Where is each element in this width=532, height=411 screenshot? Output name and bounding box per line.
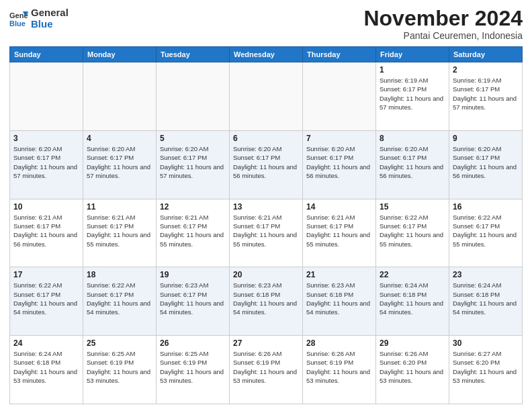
day-number: 20	[233, 270, 299, 279]
day-number: 12	[160, 202, 226, 212]
calendar-day-cell: 23Sunrise: 6:24 AM Sunset: 6:18 PM Dayli…	[449, 267, 523, 336]
day-number: 15	[380, 202, 445, 212]
day-number: 10	[13, 202, 79, 212]
logo-general-text: General	[31, 7, 69, 18]
day-info: Sunrise: 6:23 AM Sunset: 6:18 PM Dayligh…	[306, 281, 372, 316]
calendar-day-cell	[230, 62, 303, 131]
calendar-day-cell: 16Sunrise: 6:22 AM Sunset: 6:17 PM Dayli…	[449, 199, 523, 267]
title-block: November 2024 Pantai Ceuremen, Indonesia	[363, 7, 523, 41]
calendar-day-cell: 12Sunrise: 6:21 AM Sunset: 6:17 PM Dayli…	[157, 199, 230, 267]
header-sunday: Sunday	[10, 47, 83, 62]
day-info: Sunrise: 6:20 AM Sunset: 6:17 PM Dayligh…	[453, 144, 519, 180]
day-number: 14	[306, 202, 372, 212]
calendar-header-row: Sunday Monday Tuesday Wednesday Thursday…	[10, 47, 523, 62]
calendar-day-cell: 2Sunrise: 6:19 AM Sunset: 6:17 PM Daylig…	[449, 62, 523, 131]
day-number: 27	[233, 338, 299, 348]
calendar-day-cell	[83, 62, 157, 131]
day-info: Sunrise: 6:27 AM Sunset: 6:20 PM Dayligh…	[453, 349, 519, 385]
day-info: Sunrise: 6:22 AM Sunset: 6:17 PM Dayligh…	[13, 281, 79, 316]
calendar-day-cell: 22Sunrise: 6:24 AM Sunset: 6:18 PM Dayli…	[376, 267, 449, 336]
day-number: 28	[306, 338, 372, 348]
calendar-day-cell: 4Sunrise: 6:20 AM Sunset: 6:17 PM Daylig…	[83, 130, 157, 199]
day-info: Sunrise: 6:19 AM Sunset: 6:17 PM Dayligh…	[380, 76, 445, 111]
calendar-day-cell: 3Sunrise: 6:20 AM Sunset: 6:17 PM Daylig…	[10, 130, 83, 199]
calendar-day-cell: 30Sunrise: 6:27 AM Sunset: 6:20 PM Dayli…	[449, 336, 523, 404]
calendar-day-cell: 18Sunrise: 6:22 AM Sunset: 6:17 PM Dayli…	[83, 267, 157, 336]
day-number: 3	[13, 134, 79, 143]
month-title: November 2024	[363, 7, 523, 30]
day-info: Sunrise: 6:24 AM Sunset: 6:18 PM Dayligh…	[13, 349, 79, 385]
day-info: Sunrise: 6:26 AM Sunset: 6:20 PM Dayligh…	[380, 349, 445, 385]
header: General Blue General Blue November 2024 …	[9, 7, 523, 41]
day-number: 22	[380, 270, 445, 279]
calendar-week-row: 10Sunrise: 6:21 AM Sunset: 6:17 PM Dayli…	[10, 199, 523, 267]
calendar-day-cell: 9Sunrise: 6:20 AM Sunset: 6:17 PM Daylig…	[449, 130, 523, 199]
day-info: Sunrise: 6:21 AM Sunset: 6:17 PM Dayligh…	[160, 213, 226, 248]
calendar-day-cell: 5Sunrise: 6:20 AM Sunset: 6:17 PM Daylig…	[157, 130, 230, 199]
day-number: 19	[160, 270, 226, 279]
day-number: 29	[380, 338, 445, 348]
day-number: 18	[87, 270, 152, 279]
location: Pantai Ceuremen, Indonesia	[363, 30, 523, 41]
day-number: 25	[87, 338, 152, 348]
calendar-body: 1Sunrise: 6:19 AM Sunset: 6:17 PM Daylig…	[10, 62, 523, 404]
logo-icon: General Blue	[9, 9, 28, 28]
day-number: 1	[380, 65, 445, 75]
calendar-week-row: 24Sunrise: 6:24 AM Sunset: 6:18 PM Dayli…	[10, 336, 523, 404]
calendar-day-cell: 11Sunrise: 6:21 AM Sunset: 6:17 PM Dayli…	[83, 199, 157, 267]
day-number: 7	[306, 134, 372, 143]
calendar-day-cell: 21Sunrise: 6:23 AM Sunset: 6:18 PM Dayli…	[303, 267, 376, 336]
header-monday: Monday	[83, 47, 157, 62]
day-info: Sunrise: 6:23 AM Sunset: 6:18 PM Dayligh…	[233, 281, 299, 316]
day-info: Sunrise: 6:26 AM Sunset: 6:19 PM Dayligh…	[233, 349, 299, 385]
day-info: Sunrise: 6:19 AM Sunset: 6:17 PM Dayligh…	[453, 76, 519, 111]
day-number: 8	[380, 134, 445, 143]
calendar-day-cell: 15Sunrise: 6:22 AM Sunset: 6:17 PM Dayli…	[376, 199, 449, 267]
day-info: Sunrise: 6:25 AM Sunset: 6:19 PM Dayligh…	[160, 349, 226, 385]
day-info: Sunrise: 6:20 AM Sunset: 6:17 PM Dayligh…	[380, 144, 445, 180]
day-info: Sunrise: 6:20 AM Sunset: 6:17 PM Dayligh…	[13, 144, 79, 180]
page: General Blue General Blue November 2024 …	[0, 0, 532, 411]
day-info: Sunrise: 6:25 AM Sunset: 6:19 PM Dayligh…	[87, 349, 152, 385]
day-info: Sunrise: 6:22 AM Sunset: 6:17 PM Dayligh…	[453, 213, 519, 248]
calendar-day-cell: 13Sunrise: 6:21 AM Sunset: 6:17 PM Dayli…	[230, 199, 303, 267]
day-number: 13	[233, 202, 299, 212]
logo-blue-text: Blue	[31, 18, 69, 30]
calendar-week-row: 3Sunrise: 6:20 AM Sunset: 6:17 PM Daylig…	[10, 130, 523, 199]
day-number: 11	[87, 202, 152, 212]
calendar-day-cell: 6Sunrise: 6:20 AM Sunset: 6:17 PM Daylig…	[230, 130, 303, 199]
day-number: 21	[306, 270, 372, 279]
day-number: 24	[13, 338, 79, 348]
header-wednesday: Wednesday	[230, 47, 303, 62]
day-number: 5	[160, 134, 226, 143]
day-number: 30	[453, 338, 519, 348]
calendar-day-cell: 20Sunrise: 6:23 AM Sunset: 6:18 PM Dayli…	[230, 267, 303, 336]
calendar-day-cell	[157, 62, 230, 131]
header-friday: Friday	[376, 47, 449, 62]
calendar-day-cell: 14Sunrise: 6:21 AM Sunset: 6:17 PM Dayli…	[303, 199, 376, 267]
calendar-week-row: 1Sunrise: 6:19 AM Sunset: 6:17 PM Daylig…	[10, 62, 523, 131]
calendar-day-cell	[10, 62, 83, 131]
day-info: Sunrise: 6:24 AM Sunset: 6:18 PM Dayligh…	[380, 281, 445, 316]
day-number: 6	[233, 134, 299, 143]
calendar-day-cell	[303, 62, 376, 131]
day-info: Sunrise: 6:21 AM Sunset: 6:17 PM Dayligh…	[13, 213, 79, 248]
day-number: 2	[453, 65, 519, 75]
calendar-day-cell: 25Sunrise: 6:25 AM Sunset: 6:19 PM Dayli…	[83, 336, 157, 404]
day-info: Sunrise: 6:22 AM Sunset: 6:17 PM Dayligh…	[380, 213, 445, 248]
day-number: 17	[13, 270, 79, 279]
day-number: 16	[453, 202, 519, 212]
day-info: Sunrise: 6:20 AM Sunset: 6:17 PM Dayligh…	[160, 144, 226, 180]
day-info: Sunrise: 6:21 AM Sunset: 6:17 PM Dayligh…	[233, 213, 299, 248]
calendar-table: Sunday Monday Tuesday Wednesday Thursday…	[9, 46, 523, 404]
day-info: Sunrise: 6:21 AM Sunset: 6:17 PM Dayligh…	[87, 213, 152, 248]
logo: General Blue General Blue	[9, 7, 69, 30]
calendar-day-cell: 8Sunrise: 6:20 AM Sunset: 6:17 PM Daylig…	[376, 130, 449, 199]
calendar-day-cell: 28Sunrise: 6:26 AM Sunset: 6:19 PM Dayli…	[303, 336, 376, 404]
day-info: Sunrise: 6:23 AM Sunset: 6:17 PM Dayligh…	[160, 281, 226, 316]
day-info: Sunrise: 6:21 AM Sunset: 6:17 PM Dayligh…	[306, 213, 372, 248]
calendar-day-cell: 19Sunrise: 6:23 AM Sunset: 6:17 PM Dayli…	[157, 267, 230, 336]
calendar-day-cell: 1Sunrise: 6:19 AM Sunset: 6:17 PM Daylig…	[376, 62, 449, 131]
calendar-day-cell: 29Sunrise: 6:26 AM Sunset: 6:20 PM Dayli…	[376, 336, 449, 404]
calendar-day-cell: 7Sunrise: 6:20 AM Sunset: 6:17 PM Daylig…	[303, 130, 376, 199]
